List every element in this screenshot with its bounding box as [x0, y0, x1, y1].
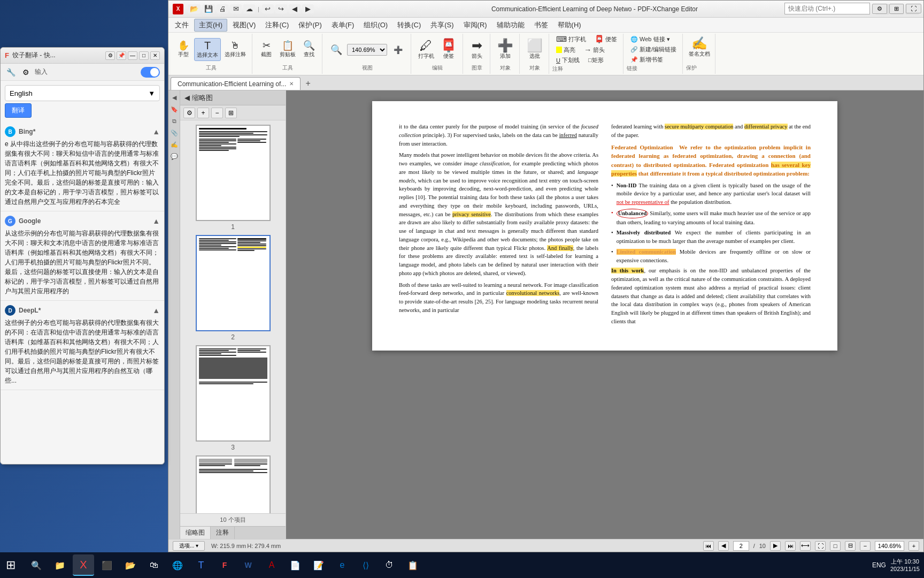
taskbar-edge[interactable]: e — [332, 554, 353, 576]
menu-protect[interactable]: 保护(P) — [294, 19, 326, 31]
view-toggle-btn[interactable]: ⊞ — [889, 4, 904, 14]
taskbar-files[interactable]: 📁 — [49, 554, 71, 576]
menu-home[interactable]: 主页(H) — [194, 19, 227, 32]
save-btn[interactable]: 💾 — [202, 4, 215, 13]
menu-view[interactable]: 视图(V) — [228, 19, 260, 31]
thumb-zoom-out-btn[interactable]: − — [211, 108, 223, 118]
taskbar-pdf-viewer[interactable]: X — [73, 554, 94, 576]
translate-button[interactable]: 翻译 — [5, 103, 32, 118]
taskbar-acrobat[interactable]: A — [261, 554, 282, 576]
language-selector[interactable]: English ▼ — [5, 85, 160, 101]
back-btn[interactable]: ◀ — [289, 4, 301, 13]
rect-btn[interactable]: □矩形 — [584, 55, 607, 65]
menu-form[interactable]: 表单(F) — [327, 19, 359, 31]
fullscreen-btn[interactable]: ⛶ — [906, 4, 921, 13]
add-content-btn[interactable]: ➕ 添加 — [495, 37, 516, 62]
translator-gear-icon[interactable]: ⚙ — [20, 66, 32, 78]
deepl-expand[interactable]: ▲ — [152, 306, 160, 315]
menu-review[interactable]: 审阅(R) — [459, 19, 491, 31]
select-annotation-btn[interactable]: 🖱 选择注释 — [222, 39, 249, 60]
prev-page-btn[interactable]: ◀ — [718, 541, 729, 551]
last-page-btn[interactable]: ⏭ — [785, 541, 796, 551]
layers-icon[interactable]: ⧉ — [170, 116, 179, 126]
bing-expand[interactable]: ▲ — [152, 127, 160, 136]
sign-doc-btn[interactable]: ✍ 签名文档 — [686, 35, 713, 60]
start-button[interactable]: ⊞ — [0, 554, 21, 576]
sidebar-tab-thumbnails[interactable]: 缩略图 — [180, 527, 211, 539]
signature-nav-icon[interactable]: ✍ — [170, 140, 179, 149]
menu-convert[interactable]: 转换(C) — [393, 19, 425, 31]
page-number-input[interactable] — [733, 541, 749, 551]
taskbar-word[interactable]: W — [237, 554, 259, 576]
tab-close-icon[interactable]: ✕ — [289, 81, 294, 87]
translator-settings-btn[interactable]: ⚙ — [105, 51, 115, 60]
web-link-btn[interactable]: 🌐 Web 链接 ▾ — [627, 34, 674, 44]
open-btn[interactable]: 📂 — [188, 4, 201, 13]
nav-arrow-icon[interactable]: ◀ — [170, 93, 179, 102]
add-tab-btn[interactable]: + — [302, 77, 314, 90]
highlight-btn[interactable]: A高亮 — [552, 45, 579, 55]
zoom-in-btn[interactable]: ➕ — [388, 44, 407, 56]
new-bookmark-btn[interactable]: 📌 新增书签 — [627, 55, 667, 65]
quick-launch-input[interactable] — [784, 3, 870, 14]
select-obj-btn[interactable]: ⬜ 选批 — [524, 37, 545, 62]
arrow-btn[interactable]: ➡ 箭头 — [467, 37, 487, 62]
thumb-settings-btn[interactable]: ⚙ — [183, 108, 195, 118]
thumbnail-collapse-btn[interactable]: ◀ — [184, 94, 190, 102]
stamp-small-btn[interactable]: 📮便签 — [591, 34, 621, 44]
email-btn[interactable]: ✉ — [230, 4, 242, 13]
new-link-btn[interactable]: 🔗 新建/编辑链接 — [627, 44, 680, 55]
zoom-select[interactable]: 140.69% 100% 75% 150% — [347, 44, 387, 56]
next-page-btn[interactable]: ▶ — [770, 541, 781, 551]
fit-width-btn[interactable]: ⟷ — [800, 541, 811, 551]
fit-page-btn[interactable]: ⛶ — [815, 541, 826, 551]
undo-btn[interactable]: ↩ — [262, 4, 274, 13]
zoom-out-status-btn[interactable]: − — [860, 541, 871, 551]
menu-bookmark[interactable]: 书签 — [530, 19, 552, 31]
hand-tool-btn[interactable]: ✋ 手型 — [174, 39, 193, 60]
zoom-in-status-btn[interactable]: + — [908, 541, 919, 551]
taskbar-vscode[interactable]: ⟨⟩ — [355, 554, 376, 576]
thumbnail-1[interactable]: 1 — [184, 125, 281, 231]
snapshot-btn[interactable]: ✂ 截图 — [257, 39, 276, 60]
select-text-btn[interactable]: T 选择文本 — [194, 38, 221, 61]
typewriter-btn[interactable]: ⌨打字机 — [552, 34, 590, 44]
taskbar-foxit[interactable]: F — [214, 554, 235, 576]
thumb-fit-btn[interactable]: ⊞ — [225, 108, 237, 118]
cloud-btn[interactable]: ☁ — [243, 4, 255, 13]
find-btn[interactable]: 🔍 查找 — [299, 39, 319, 60]
redo-btn[interactable]: ↪ — [275, 4, 287, 13]
thumbnail-4[interactable]: 4 — [184, 455, 281, 513]
translator-settings-icon[interactable]: 🔧 — [5, 66, 17, 78]
taskbar-browser[interactable]: 🌐 — [167, 554, 188, 576]
first-page-btn[interactable]: ⏮ — [703, 541, 714, 551]
menu-file[interactable]: 文件 — [171, 19, 193, 31]
taskbar-terminal[interactable]: ⬛ — [96, 554, 118, 576]
pdf-display-area[interactable]: it to the data center purely for the pur… — [286, 90, 923, 539]
translator-maximize-btn[interactable]: □ — [139, 51, 149, 60]
clipboard-btn[interactable]: 📋 剪贴板 — [277, 39, 298, 60]
translator-minimize-btn[interactable]: — — [128, 51, 137, 60]
forward-btn[interactable]: ▶ — [302, 4, 314, 13]
double-page-btn[interactable]: ⊟ — [845, 541, 856, 551]
arrow-small-btn[interactable]: →箭头 — [580, 44, 609, 55]
translator-close-btn[interactable]: ✕ — [150, 51, 160, 60]
sidebar-tab-comments[interactable]: 注释 — [211, 527, 235, 539]
taskbar-notion[interactable]: 📝 — [308, 554, 329, 576]
taskbar-explorer[interactable]: 📂 — [120, 554, 141, 576]
type-btn[interactable]: 🖊 打字机 — [415, 37, 437, 62]
menu-share[interactable]: 共享(S) — [426, 19, 458, 31]
menu-help[interactable]: 帮助(H) — [553, 19, 586, 31]
search-settings-btn[interactable]: ⚙ — [872, 4, 887, 14]
translator-pin-btn[interactable]: 📌 — [117, 51, 126, 60]
single-page-btn[interactable]: □ — [830, 541, 841, 551]
taskbar-search[interactable]: 🔍 — [26, 554, 47, 576]
menu-comment[interactable]: 注释(C) — [261, 19, 293, 31]
google-expand[interactable]: ▲ — [152, 217, 160, 225]
attachment-icon[interactable]: 📎 — [170, 128, 179, 138]
thumbnail-2[interactable]: 2 — [184, 235, 281, 341]
taskbar-klokki[interactable]: ⏱ — [379, 554, 400, 576]
select-options-btn[interactable]: 选项... ▾ — [173, 541, 205, 551]
underline-btn[interactable]: U下划线 — [552, 55, 583, 65]
thumbnail-3[interactable]: 3 — [184, 345, 281, 451]
